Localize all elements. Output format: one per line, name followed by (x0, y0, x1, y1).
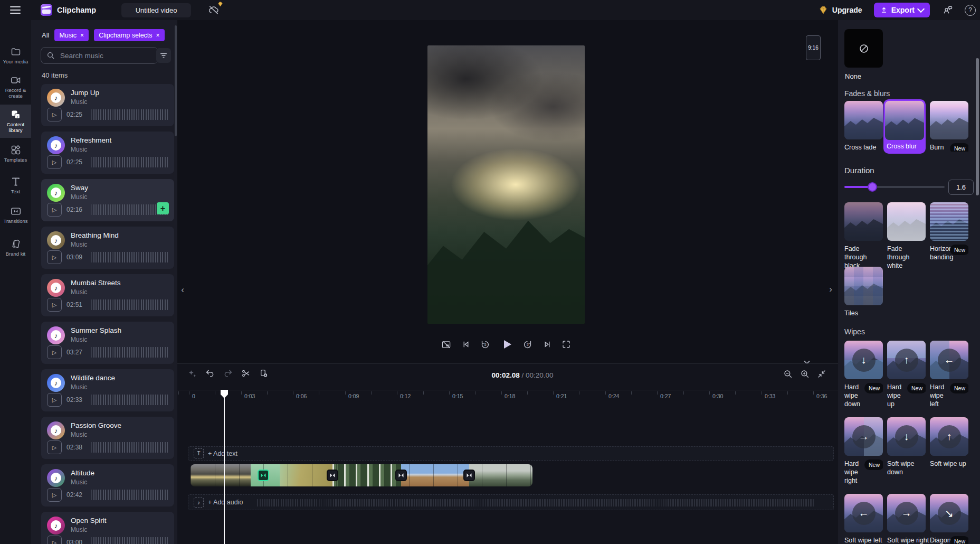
music-track-passion-groove[interactable]: ♪ Passion Groove Music ▷ 02:38 (41, 417, 174, 459)
video-track[interactable] (191, 464, 532, 486)
filter-chip-music[interactable]: Music × (54, 29, 89, 41)
duration-value-input[interactable]: 1.6 (948, 180, 974, 195)
filter-button[interactable] (156, 48, 171, 63)
play-preview-button[interactable]: ▷ (47, 155, 62, 169)
library-scrollbar[interactable] (175, 25, 177, 136)
transition-marker[interactable] (463, 470, 475, 481)
video-clip-wheat-field[interactable] (280, 464, 332, 486)
fullscreen-icon[interactable] (562, 340, 571, 349)
transition-fade-through-black[interactable] (844, 202, 883, 241)
transition-fade-through-white[interactable] (887, 202, 926, 241)
remove-filter-icon[interactable]: × (156, 32, 160, 39)
sidebar-item-record-create[interactable]: Record & create (0, 75, 31, 99)
play-preview-button[interactable]: ▷ (47, 536, 62, 544)
filter-chip-all[interactable]: All (42, 31, 49, 39)
music-track-mumbai-streets[interactable]: ♪ Mumbai Streets Music ▷ 02:51 (41, 274, 174, 316)
rewind-5s-icon[interactable]: 5 (480, 340, 490, 350)
sidebar-item-text[interactable]: Text (0, 176, 31, 194)
transition-cross-blur-selected[interactable]: Cross blur (883, 99, 926, 154)
music-track-wildlife-dance[interactable]: ♪ Wildlife dance Music ▷ 02:33 (41, 369, 174, 411)
play-preview-button[interactable]: ▷ (47, 440, 62, 454)
transition-soft-wipe-right[interactable]: → (887, 494, 926, 532)
transition-burn[interactable] (930, 101, 968, 139)
fit-to-screen-icon[interactable] (817, 369, 826, 379)
play-preview-button[interactable]: ▷ (47, 345, 62, 359)
track-type: Music (71, 193, 87, 201)
sidebar-item-transitions[interactable]: Transitions (0, 206, 31, 224)
transition-hard-wipe-left[interactable]: ← (930, 341, 968, 379)
duplicate-icon[interactable] (259, 369, 269, 378)
transition-hard-wipe-down[interactable]: ↓ (844, 341, 883, 379)
duration-slider[interactable] (844, 186, 945, 188)
play-preview-button[interactable]: ▷ (47, 250, 62, 264)
music-track-summer-splash[interactable]: ♪ Summer Splash Music ▷ 03:27 (41, 322, 174, 364)
transitions-scrollbar[interactable] (976, 58, 979, 195)
play-preview-button[interactable]: ▷ (47, 298, 62, 312)
sidebar-item-brand-kit[interactable]: Brand kit (0, 239, 31, 257)
video-clip-forest[interactable] (332, 464, 401, 486)
split-scissors-icon[interactable] (241, 369, 251, 378)
transition-soft-wipe-down[interactable]: ↓ (887, 417, 926, 456)
redo-icon[interactable] (223, 369, 233, 378)
play-preview-button[interactable]: ▷ (47, 393, 62, 407)
filter-chip-clipchamp-selects[interactable]: Clipchamp selects × (94, 29, 164, 41)
text-track[interactable]: T + Add text (188, 446, 834, 461)
transition-cross-fade[interactable] (844, 101, 883, 139)
skip-to-start-icon[interactable] (461, 340, 471, 349)
transition-diagonal[interactable]: ↘ (930, 494, 968, 532)
upgrade-button[interactable]: Upgrade (819, 6, 862, 14)
video-clip-mountains[interactable] (469, 464, 532, 486)
transition-marker-selected[interactable] (258, 470, 269, 481)
remove-filter-icon[interactable]: × (80, 32, 84, 39)
transition-marker[interactable] (327, 470, 338, 481)
music-track-open-spirit[interactable]: ♪ Open Spirit Music ▷ 03:00 (41, 512, 174, 544)
music-track-jump-up[interactable]: ♪ Jump Up Music ▷ 02:25 (41, 84, 174, 126)
audio-track[interactable]: ♪ + Add audio (188, 494, 834, 510)
collapse-panel-icon[interactable]: ‹ (178, 281, 187, 299)
music-track-altitude[interactable]: ♪ Altitude Music ▷ 02:42 (41, 464, 174, 507)
transition-horizontal-banding[interactable] (930, 202, 968, 241)
music-track-sway[interactable]: ♪ Sway Music ▷ 02:16 + (41, 179, 174, 221)
sidebar-item-your-media[interactable]: Your media (0, 46, 31, 64)
timeline-ruler[interactable]: 00:030:060:090:120:150:180:210:240:270:3… (177, 390, 838, 401)
transition-none[interactable] (844, 29, 883, 68)
track-title: Altitude (71, 469, 94, 477)
preview-toggle-icon[interactable] (441, 340, 451, 350)
zoom-out-icon[interactable] (783, 369, 793, 379)
search-input[interactable] (59, 51, 151, 60)
music-track-refreshment[interactable]: ♪ Refreshment Music ▷ 02:25 (41, 132, 174, 174)
video-clip-storm[interactable] (191, 464, 251, 486)
video-preview[interactable] (427, 45, 585, 324)
video-clip-lighthouse[interactable] (401, 464, 469, 486)
aspect-ratio-badge[interactable]: 9:16 (806, 35, 821, 60)
help-icon[interactable]: ? (965, 5, 976, 16)
undo-icon[interactable] (205, 369, 215, 378)
effects-icon[interactable] (188, 369, 197, 378)
sidebar-item-content-library[interactable]: ♪ Content library (0, 105, 31, 138)
video-title-input[interactable]: Untitled video (121, 3, 191, 17)
play-button[interactable] (500, 338, 513, 351)
transition-hard-wipe-up[interactable]: ↑ (887, 341, 926, 379)
skip-to-end-icon[interactable] (543, 340, 552, 349)
cloud-sync-off-icon[interactable] (208, 4, 220, 16)
clipchamp-logo (41, 4, 52, 16)
play-preview-button[interactable]: ▷ (47, 108, 62, 121)
forward-5s-icon[interactable]: 5 (522, 340, 532, 350)
music-track-breathing-mind[interactable]: ♪ Breathing Mind Music ▷ 03:09 (41, 227, 174, 269)
search-box[interactable] (41, 47, 158, 64)
export-button[interactable]: Export (874, 3, 930, 17)
menu-icon[interactable] (10, 6, 21, 14)
transition-soft-wipe-up[interactable]: ↑ (930, 417, 968, 456)
slider-thumb[interactable] (868, 182, 877, 192)
transition-hard-wipe-right[interactable]: → (844, 417, 883, 456)
zoom-in-icon[interactable] (800, 369, 810, 379)
add-to-timeline-button[interactable]: + (157, 202, 169, 214)
community-icon[interactable] (943, 5, 953, 15)
transition-soft-wipe-left[interactable]: ← (844, 494, 883, 532)
sidebar-item-templates[interactable]: Templates (0, 145, 31, 163)
play-preview-button[interactable]: ▷ (47, 203, 62, 217)
transition-tiles[interactable] (844, 267, 883, 305)
transition-marker[interactable] (395, 470, 407, 481)
expand-panel-icon[interactable]: › (826, 284, 835, 295)
play-preview-button[interactable]: ▷ (47, 488, 62, 502)
